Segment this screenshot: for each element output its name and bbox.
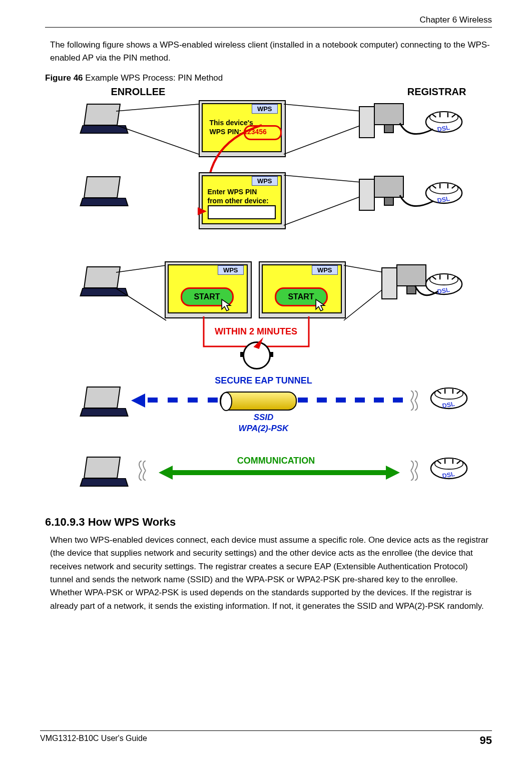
svg-line-13 bbox=[116, 288, 166, 320]
enrollee-start-wps-screen: WPS START bbox=[165, 261, 252, 318]
cable-icon bbox=[399, 122, 434, 142]
enrollee-label: ENROLLEE bbox=[111, 86, 166, 98]
section-body-paragraph: When two WPS-enabled devices connect, ea… bbox=[50, 534, 492, 613]
chapter-running-head: Chapter 6 Wireless bbox=[45, 15, 492, 25]
secure-eap-tunnel-label: SECURE EAP TUNNEL bbox=[164, 375, 364, 386]
svg-line-7 bbox=[284, 175, 361, 182]
ssid-label: SSID bbox=[164, 413, 364, 423]
svg-line-2 bbox=[284, 104, 361, 111]
zoom-lines-icon bbox=[116, 265, 166, 322]
svg-line-12 bbox=[116, 265, 166, 272]
header-rule bbox=[45, 27, 492, 28]
communication-label: COMMUNICATION bbox=[176, 456, 376, 466]
svg-point-17 bbox=[429, 274, 458, 285]
svg-point-5 bbox=[429, 112, 458, 123]
zoom-lines-icon bbox=[284, 175, 361, 227]
pin-entry-arrow-icon bbox=[198, 207, 207, 215]
svg-point-20 bbox=[434, 388, 463, 399]
comm-arrowhead-left-icon bbox=[159, 466, 173, 480]
zoom-lines-icon bbox=[344, 265, 384, 322]
within-2-minutes-label: WITHIN 2 MINUTES bbox=[181, 326, 331, 337]
tunnel-arrowhead-icon bbox=[131, 394, 145, 408]
registrar-label: REGISTRAR bbox=[407, 86, 466, 98]
enrollee-laptop-icon bbox=[81, 472, 126, 501]
registrar-start-wps-screen: WPS START bbox=[259, 261, 346, 318]
page-number: 95 bbox=[480, 734, 492, 747]
svg-line-14 bbox=[344, 265, 384, 272]
svg-line-15 bbox=[344, 288, 384, 320]
svg-point-23 bbox=[434, 458, 463, 469]
comm-arrowhead-right-icon bbox=[386, 466, 400, 480]
figure-caption: Figure 46 Example WPS Process: PIN Metho… bbox=[45, 73, 492, 83]
wps-pin-entry-screen: WPS Enter WPS PIN from other device: bbox=[199, 172, 286, 229]
dsl-router-icon: DSL bbox=[429, 387, 469, 414]
tunnel-dashes-icon bbox=[148, 398, 218, 403]
eap-tunnel-pipe-icon bbox=[220, 392, 297, 411]
clock-icon bbox=[243, 341, 271, 369]
tunnel-dashes-icon bbox=[298, 398, 403, 403]
wifi-signal-icon bbox=[404, 391, 424, 411]
svg-point-10 bbox=[429, 183, 458, 194]
zoom-lines-icon bbox=[284, 104, 361, 156]
cable-icon bbox=[414, 284, 439, 304]
wps-tab-label: WPS bbox=[218, 265, 244, 275]
enrollee-laptop-icon bbox=[81, 402, 126, 431]
wps-pin-input[interactable] bbox=[208, 205, 276, 219]
svg-line-3 bbox=[284, 125, 361, 154]
page-footer: VMG1312-B10C User's Guide 95 bbox=[40, 730, 492, 747]
wps-tab-label: WPS bbox=[252, 176, 278, 186]
section-heading-6-10-9-3: 6.10.9.3 How WPS Works bbox=[45, 516, 492, 529]
wpa2-psk-label: WPA(2)-PSK bbox=[164, 424, 364, 434]
wps-tab-label: WPS bbox=[252, 104, 278, 114]
enrollee-laptop-icon bbox=[81, 191, 126, 220]
cable-icon bbox=[399, 194, 434, 214]
pin-entry-prompt: Enter WPS PIN from other device: bbox=[208, 187, 269, 205]
guide-title: VMG1312-B10C User's Guide bbox=[40, 734, 147, 747]
wifi-signal-icon bbox=[404, 461, 424, 481]
zoom-lines-icon bbox=[116, 104, 199, 156]
svg-line-8 bbox=[284, 196, 361, 225]
wifi-signal-icon bbox=[133, 461, 153, 481]
svg-line-0 bbox=[116, 104, 199, 111]
figure-46-wps-pin-diagram: ENROLLEE REGISTRAR WPS This device's WPS… bbox=[64, 86, 474, 507]
figure-number: Figure 46 bbox=[45, 73, 83, 83]
figure-title: Example WPS Process: PIN Method bbox=[83, 73, 223, 83]
dsl-router-icon: DSL bbox=[429, 457, 469, 484]
footer-rule bbox=[40, 730, 492, 731]
intro-paragraph: The following figure shows a WPS-enabled… bbox=[50, 39, 492, 64]
wps-tab-label: WPS bbox=[312, 265, 338, 275]
communication-bar-icon bbox=[172, 470, 387, 475]
svg-line-1 bbox=[116, 125, 199, 154]
